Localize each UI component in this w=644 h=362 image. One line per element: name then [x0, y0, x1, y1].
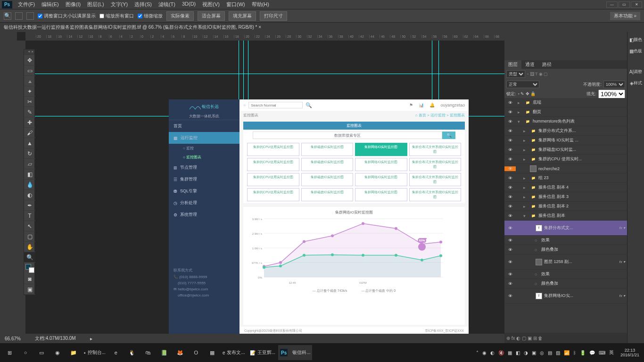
brush-tool[interactable]: 🖌 — [24, 128, 35, 138]
edge-icon[interactable]: e — [108, 345, 124, 360]
app-ie[interactable]: e 发布文... — [221, 345, 247, 360]
ime-indicator[interactable]: 英 — [609, 349, 614, 356]
layer-row[interactable]: 👁○颜色叠加 — [504, 279, 627, 288]
tray-icon[interactable]: ▣ — [532, 350, 536, 355]
menu-item[interactable]: 帮助(H) — [249, 0, 272, 9]
menu-item[interactable]: 编辑(E) — [39, 0, 62, 9]
lasso-tool[interactable]: ⟁ — [24, 76, 35, 86]
fill-screen-button[interactable]: 填充屏幕 — [229, 11, 256, 21]
gradient-tool[interactable]: ◧ — [24, 169, 35, 180]
bluetooth-icon[interactable]: ᛒ — [573, 350, 576, 355]
opacity-select[interactable]: 100% — [603, 81, 625, 88]
explorer-icon[interactable]: 📁 — [66, 345, 81, 360]
close-button[interactable]: ✕ — [631, 1, 642, 8]
layer-row[interactable]: 👁▸📁组 23 — [504, 173, 627, 183]
taskview-icon[interactable]: ▭ — [34, 345, 49, 360]
crop-tool[interactable]: ✂ — [24, 97, 35, 107]
minimize-button[interactable]: — — [606, 1, 618, 8]
tab-layers[interactable]: 图层 — [504, 60, 521, 69]
layer-kind-select[interactable]: 类型 — [506, 70, 525, 78]
blur-tool[interactable]: 💧 — [24, 180, 35, 190]
tray-icon[interactable]: ◉ — [482, 350, 487, 355]
app-console[interactable]: ▪ 控制台... — [82, 345, 107, 360]
tools-collapse[interactable]: « × — [24, 49, 34, 55]
resize-window-checkbox[interactable]: 调整窗口大小以满屏显示 — [38, 13, 96, 19]
tray-icon[interactable]: ▤ — [548, 350, 552, 355]
app-photoshop[interactable]: Ps 银信科... — [278, 345, 312, 360]
guide-h[interactable] — [25, 74, 504, 74]
quickmask-toggle[interactable]: ◙ — [24, 274, 35, 284]
color-icon[interactable]: ◧ 颜色 — [627, 34, 644, 45]
tray-icon[interactable]: ▦ — [508, 350, 512, 355]
battery-icon[interactable]: 🔋 — [580, 350, 586, 355]
tab-paths[interactable]: 路径 — [538, 60, 555, 69]
layer-row[interactable]: 👁▸📁集群网络 IO实时监 ... — [504, 136, 627, 145]
layer-row[interactable]: 👁▾📁服务信息 副本 — [504, 211, 627, 221]
color-swatches[interactable] — [24, 263, 34, 274]
zoom-out-icon[interactable] — [26, 12, 34, 20]
menu-item[interactable]: 窗口(W) — [223, 0, 248, 9]
layer-row[interactable]: 👁▸📁集群分布式文件系... — [504, 126, 627, 136]
tab-channels[interactable]: 通道 — [521, 60, 538, 69]
fill-select[interactable]: 100% — [598, 90, 625, 99]
store-icon[interactable]: 🛍 — [140, 345, 156, 360]
network-icon[interactable]: 📶 — [564, 350, 570, 355]
stamp-tool[interactable]: ▲ — [24, 138, 35, 148]
dodge-tool[interactable]: ◐ — [24, 190, 35, 200]
document-tab[interactable]: 银信科技大数据一运行监控服务监控图表集群网络IO实时监控图.tif @ 66.7… — [4, 24, 261, 31]
layer-row[interactable]: 👁T集群分布式文...fx ▾ — [504, 221, 627, 236]
menu-item[interactable]: 文件(F) — [15, 0, 38, 9]
layer-row[interactable]: 👁▸📁服务信息 副本 3 — [504, 192, 627, 202]
menu-item[interactable]: 视图(V) — [199, 0, 223, 9]
layer-row[interactable]: 👁▸📁底端 — [504, 98, 627, 107]
chrome-icon[interactable]: ◉ — [50, 345, 65, 360]
menu-item[interactable]: 3D(D) — [179, 0, 198, 9]
shape-tool[interactable]: ▢ — [24, 231, 35, 242]
cortana-icon[interactable]: ○ — [18, 345, 33, 360]
styles-icon[interactable]: ◈ 样式 — [627, 77, 644, 89]
layer-row[interactable]: 👁T集群网络IO实...fx ▾ — [504, 288, 627, 304]
tray-icon[interactable]: ◧ — [516, 350, 520, 355]
layer-row[interactable]: 👁○效果 — [504, 236, 627, 245]
menu-item[interactable]: 图层(L) — [84, 0, 107, 9]
path-tool[interactable]: ↖ — [24, 221, 35, 231]
print-size-button[interactable]: 打印尺寸 — [260, 11, 287, 21]
qq-icon[interactable]: 🐧 — [124, 345, 140, 360]
layer-row[interactable]: 👁▸📁集群的CPU 使用实时... — [504, 155, 627, 164]
volume-icon[interactable]: 🔇 — [498, 350, 504, 355]
adjustments-icon[interactable]: A| 调整 — [627, 66, 644, 77]
layer-row[interactable]: 👁▸📁翻页 — [504, 107, 627, 117]
heal-tool[interactable]: ✚ — [24, 117, 35, 128]
eyedropper-tool[interactable]: ✎ — [24, 107, 35, 117]
blue-icon[interactable]: ▦ — [205, 345, 220, 360]
scrubby-zoom-checkbox[interactable]: 细微缩放 — [138, 13, 163, 19]
marquee-tool[interactable]: ▭ — [24, 66, 35, 76]
tray-icon[interactable]: ◑ — [524, 350, 528, 355]
tray-icon[interactable]: ◎ — [540, 350, 544, 355]
tray-icon[interactable]: ◐ — [490, 350, 495, 355]
screenmode-toggle[interactable]: ▣ — [24, 284, 35, 295]
text-tool[interactable]: T — [24, 211, 35, 221]
pen-tool[interactable]: ✒ — [24, 200, 35, 211]
clock[interactable]: 22:132016/1/21 — [618, 348, 642, 357]
blend-mode-select[interactable]: 正常 — [506, 81, 539, 88]
layer-row[interactable]: 👁▸📁服务信息 副本 2 — [504, 202, 627, 211]
excel-icon[interactable]: 📗 — [157, 345, 172, 360]
zoom-in-icon[interactable] — [15, 12, 23, 20]
actual-pixels-button[interactable]: 实际像素 — [166, 11, 194, 21]
workspace-switcher[interactable]: 基本功能 » — [610, 12, 640, 20]
menu-item[interactable]: 选择(S) — [132, 0, 155, 9]
zoom-tool[interactable]: 🔍 — [24, 252, 35, 263]
eraser-tool[interactable]: ▱ — [24, 159, 35, 169]
layer-row[interactable]: 👁○颜色叠加 — [504, 245, 627, 255]
menu-item[interactable]: 图像(I) — [63, 0, 83, 9]
move-tool[interactable]: ✥ — [24, 55, 35, 66]
layer-row[interactable]: 👁▸📁集群磁盘IO实时监... — [504, 145, 627, 155]
layer-row[interactable]: 👁图层 1258 副...fx ▾ — [504, 255, 627, 270]
layer-row[interactable]: 👁▾📁hummerstore角色列表 — [504, 117, 627, 126]
wand-tool[interactable]: ✦ — [24, 86, 35, 97]
layer-row[interactable]: 👁○效果 — [504, 270, 627, 279]
keyboard-icon[interactable]: ⌨ — [599, 350, 605, 355]
tray-icon[interactable]: ▨ — [556, 350, 560, 355]
opera-icon[interactable]: O — [189, 345, 204, 360]
